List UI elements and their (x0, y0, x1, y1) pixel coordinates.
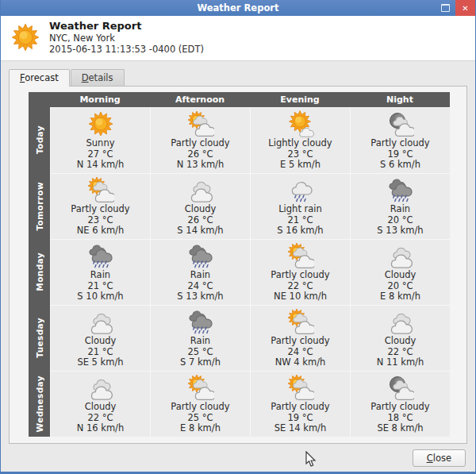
wind-label: SE 14 km/h (274, 423, 327, 434)
rain-icon (87, 242, 114, 269)
condition-label: Partly cloudy (271, 336, 329, 347)
sun-cloud-icon (287, 374, 314, 401)
temperature-label: 19 °C (387, 149, 413, 160)
maximize-icon (441, 4, 450, 12)
titlebar[interactable]: Weather Report ✕ (1, 0, 475, 16)
row-label-today: Today (29, 107, 50, 173)
wind-label: E 8 km/h (380, 291, 420, 303)
light-rain-icon (287, 176, 314, 203)
wind-label: S 14 km/h (177, 225, 223, 237)
forecast-cell-tuesday-night: Cloudy22 °CN 11 km/h (350, 305, 450, 371)
report-header-text: Weather Report NYC, New York 2015-06-13 … (49, 20, 204, 55)
table-corner (29, 92, 50, 107)
forecast-cell-tuesday-morning: Cloudy21 °CSE 5 km/h (50, 305, 150, 371)
condition-label: Cloudy (185, 204, 217, 215)
temperature-label: 20 °C (387, 281, 413, 292)
forecast-table: MorningAfternoonEveningNightTodaySunny27… (29, 92, 466, 437)
forecast-cell-today-morning: Sunny27 °CN 14 km/h (50, 107, 150, 173)
wind-label: NE 10 km/h (274, 291, 327, 303)
sun-icon (87, 110, 114, 137)
forecast-cell-wednesday-afternoon: Partly cloudy25 °CE 8 km/h (150, 371, 250, 437)
condition-label: Rain (390, 204, 410, 215)
forecast-cell-tuesday-evening: Partly cloudy24 °CNW 4 km/h (250, 305, 350, 371)
wind-label: SE 5 km/h (77, 357, 123, 368)
temperature-label: 19 °C (287, 413, 313, 424)
close-button[interactable]: Close (413, 449, 466, 467)
forecast-cell-wednesday-night: Partly cloudy18 °CSE 8 km/h (350, 371, 450, 437)
wind-label: S 13 km/h (377, 225, 423, 237)
rain-icon (187, 308, 214, 335)
wind-label: N 13 km/h (177, 160, 225, 171)
sun-cloud-icon (287, 308, 314, 335)
condition-label: Lightly cloudy (268, 138, 332, 149)
condition-label: Cloudy (85, 402, 117, 413)
close-window-button[interactable]: ✕ (455, 0, 475, 16)
moon-cloud-icon (387, 374, 414, 401)
forecast-cell-tuesday-afternoon: Rain25 °CS 7 km/h (150, 305, 250, 371)
temperature-label: 22 °C (387, 347, 413, 358)
wind-label: SE 8 km/h (377, 423, 423, 434)
temperature-label: 21 °C (87, 347, 113, 358)
weather-report-window: Weather Report ✕ Weather Report NYC, New… (0, 0, 476, 474)
forecast-panel: MorningAfternoonEveningNightTodaySunny27… (9, 86, 467, 444)
temperature-label: 21 °C (287, 215, 313, 226)
condition-label: Cloudy (85, 336, 117, 347)
row-label-wednesday: Wednesday (29, 371, 50, 437)
column-header-night: Night (350, 92, 450, 107)
forecast-cell-monday-morning: Rain21 °CS 10 km/h (50, 239, 150, 305)
temperature-label: 21 °C (87, 281, 113, 292)
temperature-label: 25 °C (187, 347, 213, 358)
temperature-label: 24 °C (187, 281, 213, 292)
temperature-label: 24 °C (287, 347, 313, 358)
column-header-afternoon: Afternoon (150, 92, 250, 107)
forecast-cell-monday-afternoon: Rain24 °CS 13 km/h (150, 239, 250, 305)
dialog-footer: Close (1, 444, 475, 472)
temperature-label: 23 °C (287, 149, 313, 160)
forecast-cell-tomorrow-afternoon: Cloudy26 °CS 14 km/h (150, 173, 250, 239)
maximize-button[interactable] (436, 0, 455, 16)
temperature-label: 20 °C (387, 215, 413, 226)
wind-label: S 16 km/h (277, 225, 323, 237)
tab-details[interactable]: Details (71, 69, 125, 86)
forecast-cell-wednesday-evening: Partly cloudy19 °CSE 14 km/h (250, 371, 350, 437)
window-title: Weather Report (1, 0, 475, 16)
temperature-label: 26 °C (187, 215, 213, 226)
sun-cloud-icon (87, 176, 114, 203)
wind-label: N 11 km/h (377, 357, 424, 368)
forecast-cell-tomorrow-night: Rain20 °CS 13 km/h (350, 173, 450, 239)
forecast-cell-wednesday-morning: Cloudy22 °CN 16 km/h (50, 371, 150, 437)
condition-label: Partly cloudy (370, 138, 429, 149)
temperature-label: 26 °C (187, 149, 213, 160)
sun-small-cloud-icon (287, 110, 314, 137)
row-label-monday: Monday (29, 239, 50, 305)
condition-label: Partly cloudy (171, 402, 229, 413)
titlebar-buttons: ✕ (436, 0, 475, 16)
rain-icon (187, 242, 214, 269)
column-header-evening: Evening (250, 92, 350, 107)
wind-label: E 8 km/h (180, 423, 221, 434)
tab-forecast[interactable]: Forecast (9, 69, 70, 87)
column-header-morning: Morning (50, 92, 150, 107)
wind-label: S 7 km/h (180, 357, 221, 368)
temperature-label: 23 °C (87, 215, 113, 226)
forecast-cell-today-evening: Lightly cloudy23 °CE 5 km/h (250, 107, 350, 173)
wind-label: S 6 km/h (380, 160, 420, 171)
wind-label: N 14 km/h (77, 160, 125, 171)
sun-icon (10, 22, 40, 52)
close-icon: ✕ (462, 4, 468, 13)
forecast-cell-tomorrow-morning: Partly cloudy23 °CNE 6 km/h (50, 173, 150, 239)
wind-label: N 16 km/h (77, 423, 125, 434)
temperature-label: 22 °C (87, 413, 113, 424)
wind-label: E 5 km/h (280, 160, 321, 171)
condition-label: Sunny (86, 138, 115, 149)
forecast-cell-today-afternoon: Partly cloudy26 °CN 13 km/h (150, 107, 250, 173)
condition-label: Partly cloudy (271, 402, 329, 413)
report-header: Weather Report NYC, New York 2015-06-13 … (1, 16, 475, 61)
condition-label: Partly cloudy (370, 402, 429, 413)
forecast-cell-today-night: Partly cloudy19 °CS 6 km/h (350, 107, 450, 173)
condition-label: Cloudy (385, 270, 416, 281)
report-title: Weather Report (49, 20, 204, 33)
condition-label: Rain (190, 270, 210, 281)
wind-label: S 13 km/h (177, 291, 223, 303)
forecast-cell-monday-evening: Partly cloudy22 °CNE 10 km/h (250, 239, 350, 305)
